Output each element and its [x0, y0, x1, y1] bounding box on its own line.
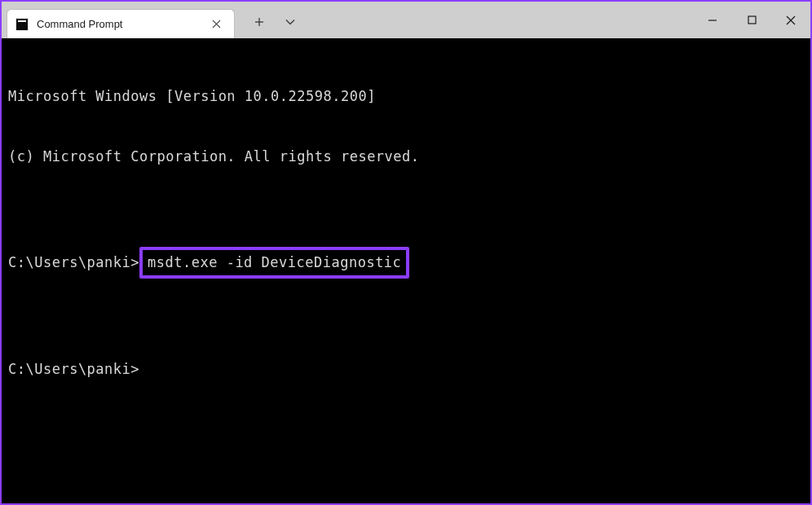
close-icon — [786, 15, 796, 25]
terminal-prompt-line: C:\Users\panki>msdt.exe -id DeviceDiagno… — [8, 247, 804, 279]
highlighted-command: msdt.exe -id DeviceDiagnostic — [139, 247, 409, 279]
prompt-prefix: C:\Users\panki> — [8, 253, 139, 273]
tab-close-button[interactable] — [206, 15, 226, 34]
titlebar: Command Prompt — [2, 2, 810, 38]
terminal-output-line: Microsoft Windows [Version 10.0.22598.20… — [8, 86, 804, 107]
tab-dropdown-button[interactable] — [277, 9, 303, 35]
cmd-icon — [15, 18, 29, 31]
minimize-icon — [708, 15, 717, 25]
tab-actions — [235, 5, 303, 38]
terminal-output-line: (c) Microsoft Corporation. All rights re… — [8, 147, 804, 167]
tab-title: Command Prompt — [37, 18, 198, 30]
tab-area: Command Prompt — [2, 2, 693, 38]
terminal-window: Command Prompt — [0, 0, 812, 505]
window-controls — [693, 2, 810, 38]
close-icon — [212, 20, 221, 29]
tab-active[interactable]: Command Prompt — [7, 9, 235, 38]
svg-rect-5 — [748, 16, 756, 24]
maximize-icon — [748, 15, 757, 24]
chevron-down-icon — [285, 19, 295, 25]
close-window-button[interactable] — [771, 2, 810, 38]
terminal-content[interactable]: Microsoft Windows [Version 10.0.22598.20… — [2, 38, 810, 503]
plus-icon — [254, 17, 264, 27]
maximize-button[interactable] — [732, 2, 771, 38]
terminal-prompt-line: C:\Users\panki> — [8, 359, 804, 380]
minimize-button[interactable] — [693, 2, 732, 38]
new-tab-button[interactable] — [246, 9, 272, 35]
